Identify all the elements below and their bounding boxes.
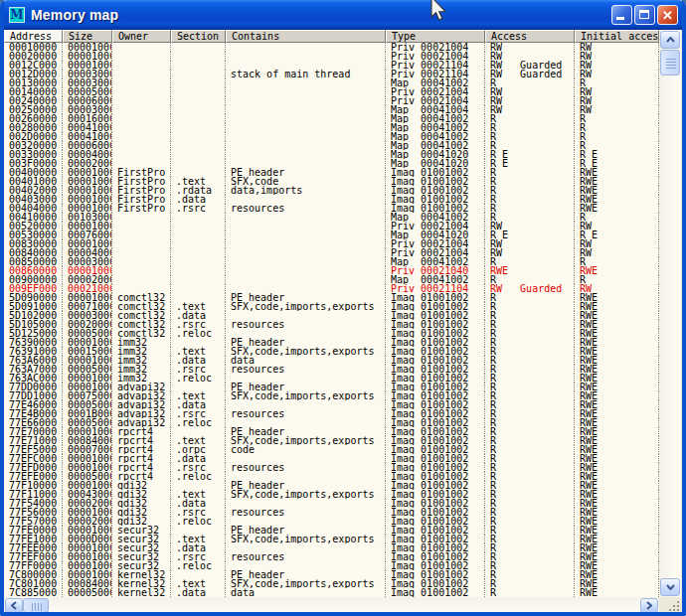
table-row[interactable]: 0002000000001000Priv 00021004RWRW	[4, 52, 659, 61]
column-header-initial-access[interactable]: Initial access	[575, 30, 659, 43]
app-icon[interactable]: M	[9, 7, 25, 23]
table-row[interactable]: 77EFD00000001000rpcrt4.rsrcresourcesImag…	[4, 463, 659, 472]
table-row[interactable]: 77DD000000001000advapi32PE headerImag 01…	[4, 383, 659, 391]
table-row[interactable]: 0001000000001000Priv 00021004RWRW	[4, 43, 659, 52]
table-row[interactable]: 0013000000003000Map 00041002RR	[4, 78, 659, 87]
cell-section: .data	[171, 400, 226, 409]
table-row[interactable]: 7C88500000005000kernel32.datadataImag 01…	[4, 588, 659, 597]
scroll-left-button[interactable]	[5, 598, 23, 613]
titlebar-buttons: ✕	[611, 5, 678, 25]
column-header-size[interactable]: Size	[63, 30, 112, 43]
table-row[interactable]: 7639100000015000imm32.textSFX,code,impor…	[4, 347, 659, 356]
cell-addr: 00400000	[4, 168, 63, 177]
table-row[interactable]: 763A600000001000imm32.datadataImag 01001…	[4, 356, 659, 365]
table-row[interactable]: 0024000000006000Priv 00021004RWRW	[4, 96, 659, 105]
table-row[interactable]: 77F1100000043000gdi32.textSFX,code,impor…	[4, 490, 659, 499]
table-row[interactable]: 763A700000005000imm32.rsrcresourcesImag …	[4, 365, 659, 374]
scroll-right-button[interactable]	[640, 598, 658, 613]
column-header-type[interactable]: Type	[386, 30, 485, 43]
table-row[interactable]: 77E7100000084000rpcrt4.textSFX,code,impo…	[4, 436, 659, 445]
table-row[interactable]: 77FF000000001000secur32.relocImag 010010…	[4, 561, 659, 570]
scroll-up-button[interactable]	[660, 31, 680, 49]
table-row[interactable]: 0026000000016000Map 00041002RR	[4, 114, 659, 123]
column-header-access[interactable]: Access	[485, 30, 575, 43]
table-row[interactable]: 0040400000001000FirstPro.rsrcresourcesIm…	[4, 204, 659, 213]
table-row[interactable]: 7639000000001000imm32PE headerImag 01001…	[4, 338, 659, 347]
table-row[interactable]: 77F5700000002000gdi32.relocImag 01001002…	[4, 517, 659, 526]
table-row[interactable]: 77E7000000001000rpcrt4PE headerImag 0100…	[4, 427, 659, 436]
table-row[interactable]: 77EFE00000005000rpcrt4.relocImag 0100100…	[4, 472, 659, 481]
table-row[interactable]: 0040100000001000FirstPro.textSFX,codeIma…	[4, 177, 659, 186]
table-row[interactable]: 77E4600000005000advapi32.dataImag 010010…	[4, 400, 659, 409]
table-row[interactable]: 5D10500000020000comctl32.rsrcresourcesIm…	[4, 320, 659, 329]
cell-section	[171, 61, 226, 70]
table-row[interactable]: 0025000000003000Map 00041004RWRW	[4, 105, 659, 114]
table-row[interactable]: 0085000000003000Map 00041002RR	[4, 257, 659, 266]
cell-owner: imm32	[112, 356, 171, 365]
table-row[interactable]: 0040000000001000FirstProPE headerImag 01…	[4, 168, 659, 177]
cell-owner: comctl32	[112, 302, 171, 311]
table-row[interactable]: 77EFC00000001000rpcrt4.dataImag 01001002…	[4, 454, 659, 463]
table-row[interactable]: 0090000000002000Map 00041002RR	[4, 275, 659, 284]
table-row[interactable]: 7C80000000001000kernel32PE headerImag 01…	[4, 570, 659, 579]
cell-type: Priv 00021104	[386, 70, 485, 78]
cell-access: R	[485, 570, 575, 579]
table-row[interactable]: 77F5400000002000gdi32.dataImag 01001002R…	[4, 499, 659, 508]
table-row[interactable]: 77FE10000000D000secur32.textSFX,code,imp…	[4, 535, 659, 543]
table-row[interactable]: 003F000000002000Map 00041020R ER E	[4, 159, 659, 168]
table-row[interactable]: 7C80100000084000kernel32.textSFX,code,im…	[4, 579, 659, 588]
table-row[interactable]: 0028000000041000Map 00041002RR	[4, 123, 659, 132]
table-row[interactable]: 002D000000041000Map 00041002RR	[4, 132, 659, 141]
scroll-down-button[interactable]	[660, 578, 680, 596]
maximize-button[interactable]	[634, 5, 655, 25]
cell-size: 0001B000	[63, 409, 112, 418]
table-row[interactable]: 5D10200000003000comctl32.dataImag 010010…	[4, 311, 659, 320]
table-row[interactable]: 0041000000103000Map 00041002RR	[4, 213, 659, 222]
vertical-scrollbar[interactable]	[659, 30, 681, 597]
table-row[interactable]: 0032000000006000Map 00041002RR	[4, 141, 659, 150]
table-row[interactable]: 0086000000001000Priv 00021040RWERWE	[4, 266, 659, 275]
table-row[interactable]: 77DD100000075000advapi32.textSFX,code,im…	[4, 391, 659, 400]
table-row[interactable]: 0084000000004000Priv 00021004RWRW	[4, 248, 659, 257]
cell-size: 00001000	[63, 463, 112, 472]
cell-access: R	[485, 508, 575, 517]
horizontal-scrollbar[interactable]	[4, 597, 659, 614]
table-row[interactable]: 77F5600000001000gdi32.rsrcresourcesImag …	[4, 508, 659, 517]
table-row[interactable]: 77EF500000007000rpcrt4.orpccodeImag 0100…	[4, 445, 659, 454]
table-row[interactable]: 0040200000001000FirstPro.rdatadata,impor…	[4, 186, 659, 195]
table-row[interactable]: 5D09100000071000comctl32.textSFX,code,im…	[4, 302, 659, 311]
table-row[interactable]: 0083000000001000Priv 00021004RWRW	[4, 239, 659, 248]
table-row[interactable]: 0012C00000001000Priv 00021104RW GuardedR…	[4, 61, 659, 70]
table-row[interactable]: 0012D00000003000stack of main threadPriv…	[4, 70, 659, 78]
table-row[interactable]: 77E6600000005000advapi32.relocImag 01001…	[4, 418, 659, 427]
table-row[interactable]: 0053000000076000Map 00041020R ER E	[4, 231, 659, 239]
cell-addr: 00403000	[4, 195, 63, 204]
table-row[interactable]: 0014000000005000Priv 00021004RWRW	[4, 87, 659, 96]
cell-initial: RWE	[575, 579, 659, 588]
table-row[interactable]: 77FEE00000001000secur32.dataImag 0100100…	[4, 543, 659, 552]
cell-owner: imm32	[112, 347, 171, 356]
table-row[interactable]: 5D12500000005000comctl32.relocImag 01001…	[4, 329, 659, 338]
resize-grip[interactable]	[659, 597, 682, 614]
table-row[interactable]: 763AC00000001000imm32.relocImag 01001002…	[4, 374, 659, 383]
table-row[interactable]: 77FE000000001000secur32PE headerImag 010…	[4, 526, 659, 535]
table-row[interactable]: 77F1000000001000gdi32PE headerImag 01001…	[4, 481, 659, 490]
table-row[interactable]: 77FEF00000001000secur32.rsrcresourcesIma…	[4, 552, 659, 561]
vertical-scroll-thumb[interactable]	[660, 50, 680, 76]
table-row[interactable]: 009EF00000021000Priv 00021104RW GuardedR…	[4, 284, 659, 293]
column-header-owner[interactable]: Owner	[112, 30, 171, 43]
table-row[interactable]: 5D09000000001000comctl32PE headerImag 01…	[4, 293, 659, 302]
cell-size: 00001000	[63, 508, 112, 517]
close-button[interactable]: ✕	[657, 5, 678, 25]
column-header-section[interactable]: Section	[171, 30, 226, 43]
minimize-button[interactable]	[611, 5, 632, 25]
horizontal-scroll-thumb[interactable]	[23, 598, 49, 613]
table-row[interactable]: 0040300000001000FirstPro.dataImag 010010…	[4, 195, 659, 204]
cell-type: Map 00041020	[386, 150, 485, 159]
cell-size: 00003000	[63, 257, 112, 266]
table-row[interactable]: 0052000000001000Priv 00021004RWRW	[4, 222, 659, 231]
column-header-contains[interactable]: Contains	[226, 30, 386, 43]
table-row[interactable]: 0033000000004000Map 00041020R ER E	[4, 150, 659, 159]
column-header-address[interactable]: Address	[4, 30, 63, 43]
table-row[interactable]: 77E4B0000001B000advapi32.rsrcresourcesIm…	[4, 409, 659, 418]
